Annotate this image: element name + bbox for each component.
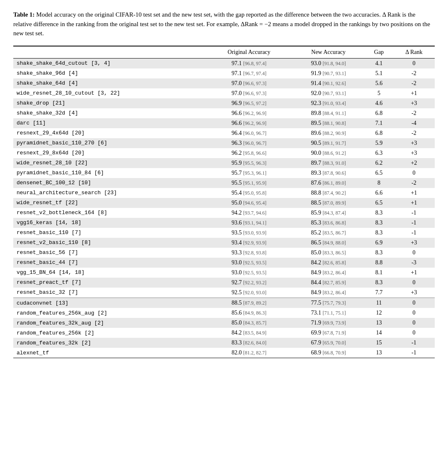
table-row: resnet_basic_44 [7]93.0 [92.5, 93.5]84.2…: [13, 258, 435, 268]
new-accuracy-cell: 89.5 [88.1, 90.8]: [292, 118, 365, 128]
gap-cell: 11: [365, 298, 393, 308]
model-name-cell: resnet_v2_basic_110 [8]: [13, 238, 206, 248]
model-name-cell: wide_resnet_28_10 [22]: [13, 158, 206, 168]
table-row: resnet_basic_56 [7]93.3 [92.8, 93.8]85.0…: [13, 248, 435, 258]
delta-rank-cell: -4: [393, 118, 435, 128]
delta-rank-cell: 0: [393, 278, 435, 288]
original-accuracy-cell: 93.0 [92.5, 93.5]: [206, 258, 292, 268]
new-accuracy-cell: 91.4 [90.1, 92.6]: [292, 78, 365, 88]
original-accuracy-cell: 97.0 [96.6, 97.3]: [206, 78, 292, 88]
new-accuracy-cell: 92.0 [90.7, 93.1]: [292, 88, 365, 98]
original-accuracy-cell: 96.2 [95.8, 96.6]: [206, 148, 292, 158]
original-accuracy-cell: 84.2 [83.5, 84.9]: [206, 328, 292, 338]
delta-rank-cell: +3: [393, 288, 435, 298]
model-name-cell: darc [11]: [13, 118, 206, 128]
model-name-cell: wide_resnet_28_10_cutout [3, 22]: [13, 88, 206, 98]
model-header: [13, 46, 206, 59]
table-row: shake_shake_32d [4]96.6 [96.2, 96.9]89.8…: [13, 108, 435, 118]
model-name-cell: densenet_BC_100_12 [10]: [13, 178, 206, 188]
table-row: alexnet_tf82.0 [81.2, 82.7]68.9 [66.8, 7…: [13, 348, 435, 358]
new-accuracy-cell: 89.7 [88.3, 91.0]: [292, 158, 365, 168]
original-accuracy-cell: 93.6 [93.1, 94.1]: [206, 218, 292, 228]
delta-rank-cell: 0: [393, 58, 435, 68]
model-name-cell: resnet_basic_56 [7]: [13, 248, 206, 258]
delta-rank-cell: 0: [393, 318, 435, 328]
delta-rank-cell: -1: [393, 208, 435, 218]
delta-rank-cell: +1: [393, 188, 435, 198]
new-accuracy-cell: 86.5 [84.9, 88.0]: [292, 238, 365, 248]
model-name-cell: pyramidnet_basic_110_84 [6]: [13, 168, 206, 178]
new-accuracy-cell: 84.9 [83.2, 86.4]: [292, 268, 365, 278]
new-accuracy-cell: 84.4 [82.7, 85.9]: [292, 278, 365, 288]
new-accuracy-cell: 85.2 [83.5, 86.7]: [292, 228, 365, 238]
delta-rank-cell: -2: [393, 128, 435, 138]
original-accuracy-cell: 96.3 [96.0, 96.7]: [206, 138, 292, 148]
new-accuracy-cell: 87.6 [86.1, 89.0]: [292, 178, 365, 188]
gap-cell: 14: [365, 328, 393, 338]
model-name-cell: random_features_256k_aug [2]: [13, 308, 206, 318]
delta-rank-cell: 0: [393, 298, 435, 308]
delta-rank-cell: +2: [393, 158, 435, 168]
delta-rank-cell: +1: [393, 198, 435, 208]
table-row: resnet_basic_32 [7]92.5 [92.0, 93.0]84.9…: [13, 288, 435, 298]
original-accuracy-cell: 93.3 [92.8, 93.8]: [206, 248, 292, 258]
delta-rank-cell: -2: [393, 178, 435, 188]
original-accuracy-cell: 94.2 [93.7, 94.6]: [206, 208, 292, 218]
delta-rank-cell: 0: [393, 248, 435, 258]
original-accuracy-cell: 82.0 [81.2, 82.7]: [206, 348, 292, 358]
new-accuracy-cell: 93.0 [91.8, 94.0]: [292, 58, 365, 68]
model-name-cell: shake_shake_96d [4]: [13, 68, 206, 78]
new-accuracy-cell: 77.5 [75.7, 79.3]: [292, 298, 365, 308]
model-name-cell: resnet_basic_110 [7]: [13, 228, 206, 238]
original-accuracy-cell: 96.6 [96.2, 96.9]: [206, 118, 292, 128]
original-accuracy-cell: 88.5 [87.9, 89.2]: [206, 298, 292, 308]
gap-cell: 5: [365, 88, 393, 98]
new-accuracy-cell: 73.1 [71.1, 75.1]: [292, 308, 365, 318]
new-accuracy-cell: 89.8 [88.4, 91.1]: [292, 108, 365, 118]
model-name-cell: neural_architecture_search [23]: [13, 188, 206, 198]
delta-rank-cell: +3: [393, 138, 435, 148]
table-row: resnet_preact_tf [7]92.7 [92.2, 93.2]84.…: [13, 278, 435, 288]
model-name-cell: vgg_15_BN_64 [14, 18]: [13, 268, 206, 278]
delta-rank-cell: -2: [393, 108, 435, 118]
gap-cell: 6.3: [365, 148, 393, 158]
delta-rank-cell: +3: [393, 98, 435, 108]
original-accuracy-cell: 97.1 [96.8, 97.4]: [206, 58, 292, 68]
table-row: random_features_256k [2]84.2 [83.5, 84.9…: [13, 328, 435, 338]
delta-rank-cell: 0: [393, 328, 435, 338]
original-accuracy-cell: 96.9 [96.5, 97.2]: [206, 98, 292, 108]
model-name-cell: random_features_32k [2]: [13, 338, 206, 348]
model-name-cell: random_features_256k [2]: [13, 328, 206, 338]
table-row: darc [11]96.6 [96.2, 96.9]89.5 [88.1, 90…: [13, 118, 435, 128]
table-row: vgg_15_BN_64 [14, 18]93.0 [92.5, 93.5]84…: [13, 268, 435, 278]
delta-rank-cell: -1: [393, 218, 435, 228]
new-accuracy-cell: 88.8 [87.4, 90.2]: [292, 188, 365, 198]
gap-cell: 6.5: [365, 198, 393, 208]
table-row: pyramidnet_basic_110_84 [6]95.7 [95.3, 9…: [13, 168, 435, 178]
model-name-cell: resnext_29_8x64d [20]: [13, 148, 206, 158]
delta-rank-cell: +1: [393, 268, 435, 278]
results-table: Original Accuracy New Accuracy Gap Δ Ran…: [13, 46, 435, 359]
model-name-cell: shake_shake_64d_cutout [3, 4]: [13, 58, 206, 68]
table-row: random_features_32k_aug [2]85.0 [84.3, 8…: [13, 318, 435, 328]
original-accuracy-cell: 93.0 [92.5, 93.5]: [206, 268, 292, 278]
gap-cell: 8.3: [365, 278, 393, 288]
original-accuracy-cell: 83.3 [82.6, 84.0]: [206, 338, 292, 348]
original-accuracy-cell: 92.7 [92.2, 93.2]: [206, 278, 292, 288]
delta-rank-header: Δ Rank: [393, 46, 435, 59]
gap-cell: 8.3: [365, 248, 393, 258]
model-name-cell: pyramidnet_basic_110_270 [6]: [13, 138, 206, 148]
gap-cell: 7.1: [365, 118, 393, 128]
gap-header: Gap: [365, 46, 393, 59]
model-name-cell: vgg16_keras [14, 18]: [13, 218, 206, 228]
table-row: densenet_BC_100_12 [10]95.5 [95.1, 95.9]…: [13, 178, 435, 188]
new-accuracy-cell: 90.0 [88.6, 91.2]: [292, 148, 365, 158]
delta-rank-cell: +3: [393, 238, 435, 248]
table-row: resnet_basic_110 [7]93.5 [93.0, 93.9]85.…: [13, 228, 435, 238]
table-row: resnet_v2_basic_110 [8]93.4 [92.9, 93.9]…: [13, 238, 435, 248]
gap-cell: 12: [365, 308, 393, 318]
gap-cell: 15: [365, 338, 393, 348]
new-accuracy-cell: 84.9 [83.2, 86.4]: [292, 288, 365, 298]
table-row: pyramidnet_basic_110_270 [6]96.3 [96.0, …: [13, 138, 435, 148]
new-accuracy-cell: 85.3 [83.6, 86.8]: [292, 218, 365, 228]
